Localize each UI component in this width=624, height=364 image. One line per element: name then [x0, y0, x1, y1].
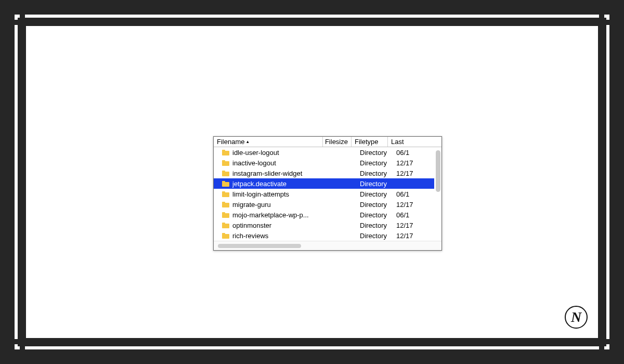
file-row[interactable]: optinmonsterDirectory12/17 [214, 220, 434, 230]
file-name: rich-reviews [232, 232, 331, 240]
file-name: optinmonster [232, 222, 331, 229]
file-type: Directory [360, 149, 396, 157]
file-row[interactable]: migrate-guruDirectory12/17 [214, 199, 434, 210]
content-panel: Filename ▴ Filesize Filetype Last idle-u… [26, 26, 598, 338]
brand-logo-letter: N [571, 309, 581, 326]
file-last-modified: 06/1 [396, 190, 432, 198]
column-header-filename-label: Filename [217, 138, 244, 146]
folder-icon [222, 191, 229, 197]
file-row[interactable]: inactive-logoutDirectory12/17 [214, 158, 434, 168]
file-type: Directory [360, 180, 396, 188]
file-type: Directory [360, 201, 396, 209]
file-row[interactable]: limit-login-attemptsDirectory06/1 [214, 189, 434, 199]
folder-icon [222, 202, 229, 207]
file-name: jetpack.deactivate [232, 180, 331, 188]
file-type: Directory [360, 170, 396, 177]
file-name: instagram-slider-widget [232, 170, 331, 177]
column-header-filetype[interactable]: Filetype [352, 137, 388, 147]
frame-line-left [15, 15, 18, 349]
sort-ascending-icon: ▴ [246, 139, 249, 144]
file-name: idle-user-logout [232, 149, 331, 157]
file-name: limit-login-attempts [232, 190, 331, 198]
file-row[interactable]: mojo-marketplace-wp-p...Directory06/1 [214, 210, 434, 220]
vertical-scrollbar[interactable] [436, 148, 440, 240]
file-row[interactable]: jetpack.deactivateDirectory [214, 178, 434, 189]
vertical-scrollbar-thumb[interactable] [436, 150, 440, 192]
file-last-modified: 12/17 [396, 232, 432, 240]
file-last-modified: 12/17 [396, 201, 432, 209]
file-row[interactable]: idle-user-logoutDirectory06/1 [214, 147, 434, 158]
file-name: migrate-guru [232, 201, 331, 209]
column-header-filesize[interactable]: Filesize [323, 137, 352, 147]
folder-icon [222, 223, 229, 228]
file-row[interactable]: rich-reviewsDirectory12/17 [214, 230, 434, 241]
column-header-filetype-label: Filetype [355, 138, 379, 146]
frame-line-right [606, 15, 609, 349]
folder-icon [222, 150, 229, 155]
column-header-filesize-label: Filesize [325, 138, 348, 146]
column-header-filename[interactable]: Filename ▴ [214, 137, 323, 147]
folder-icon [222, 233, 229, 239]
column-header-last-modified[interactable]: Last [388, 137, 441, 147]
frame-line-bottom [15, 346, 609, 349]
file-name: inactive-logout [232, 159, 331, 167]
file-row[interactable]: instagram-slider-widgetDirectory12/17 [214, 168, 434, 178]
horizontal-scrollbar-thumb[interactable] [218, 244, 301, 248]
frame-line-top [15, 15, 609, 18]
file-type: Directory [360, 232, 396, 240]
file-last-modified: 06/1 [396, 211, 432, 219]
horizontal-scrollbar[interactable] [214, 241, 441, 250]
folder-icon [222, 181, 229, 187]
file-type: Directory [360, 211, 396, 219]
file-type: Directory [360, 159, 396, 167]
file-type: Directory [360, 222, 396, 229]
folder-icon [222, 212, 229, 218]
file-type: Directory [360, 190, 396, 198]
file-list-header: Filename ▴ Filesize Filetype Last [214, 137, 441, 147]
file-name: mojo-marketplace-wp-p... [232, 211, 331, 219]
file-last-modified: 12/17 [396, 159, 432, 167]
folder-icon [222, 160, 229, 166]
folder-icon [222, 171, 229, 176]
column-header-last-label: Last [391, 138, 404, 146]
file-list-window: Filename ▴ Filesize Filetype Last idle-u… [213, 136, 442, 251]
file-last-modified: 06/1 [396, 149, 432, 157]
file-last-modified: 12/17 [396, 222, 432, 229]
file-last-modified: 12/17 [396, 170, 432, 177]
file-list-body: idle-user-logoutDirectory06/1inactive-lo… [214, 147, 441, 241]
brand-logo: N [565, 306, 588, 329]
